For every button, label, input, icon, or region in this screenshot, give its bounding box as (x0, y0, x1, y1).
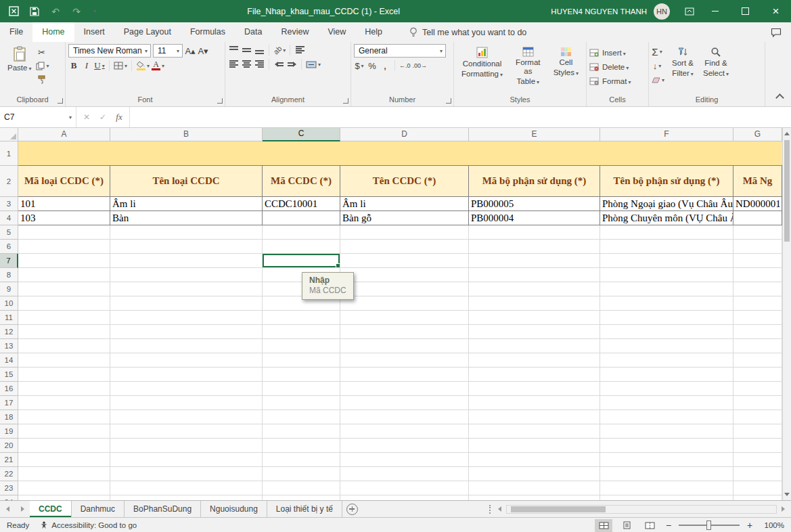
cell-G23[interactable] (733, 481, 782, 495)
cell-A6[interactable] (18, 240, 110, 254)
ribbon-display-options-icon[interactable] (679, 0, 700, 22)
cell-C15[interactable] (263, 368, 340, 382)
cell-F17[interactable] (600, 396, 733, 410)
align-right-button[interactable] (254, 58, 265, 70)
cell-A16[interactable] (18, 382, 110, 396)
alignment-dialog-launcher[interactable] (343, 98, 348, 104)
cell-E14[interactable] (469, 353, 600, 368)
minimize-button[interactable] (700, 0, 730, 22)
cell-E17[interactable] (469, 396, 600, 410)
sheet-tab-danhmuc[interactable]: Danhmuc (72, 501, 125, 517)
cell-E12[interactable] (469, 325, 600, 339)
ribbon-tab-data[interactable]: Data (235, 22, 271, 42)
cell-A24[interactable] (18, 495, 110, 500)
cell-F10[interactable] (600, 296, 733, 311)
ribbon-tab-page-layout[interactable]: Page Layout (114, 22, 181, 42)
ribbon-tab-formulas[interactable]: Formulas (181, 22, 235, 42)
row-header-18[interactable]: 18 (0, 410, 18, 424)
accessibility-status[interactable]: Accessibility: Good to go (40, 521, 137, 529)
cell-E24[interactable] (469, 495, 600, 500)
column-header-G[interactable]: G (733, 128, 782, 141)
cell-A7[interactable] (18, 254, 110, 268)
cell-G19[interactable] (733, 424, 782, 439)
cell-B4[interactable]: Bàn (110, 211, 263, 225)
cell-A9[interactable] (18, 282, 110, 296)
cell-A19[interactable] (18, 424, 110, 439)
row-header-10[interactable]: 10 (0, 296, 18, 311)
fill-handle[interactable] (336, 263, 340, 268)
cell-B20[interactable] (110, 439, 263, 453)
increase-decimal-button[interactable]: ←.0 (399, 60, 411, 72)
cell-D16[interactable] (340, 382, 469, 396)
cell-E11[interactable] (469, 311, 600, 325)
cell-B24[interactable] (110, 495, 263, 500)
align-middle-button[interactable] (241, 44, 252, 56)
cell-B22[interactable] (110, 467, 263, 481)
cell-G14[interactable] (733, 353, 782, 368)
wrap-text-button[interactable] (294, 44, 305, 56)
decrease-font-size-button[interactable]: A▾ (198, 45, 208, 57)
cell-G22[interactable] (733, 467, 782, 481)
cell-E9[interactable] (469, 282, 600, 296)
cell-D14[interactable] (340, 353, 469, 368)
find-select-button[interactable]: Find & Select (698, 44, 733, 95)
cell-F15[interactable] (600, 368, 733, 382)
cell-G9[interactable] (733, 282, 782, 296)
paste-button[interactable]: Paste (3, 44, 36, 95)
scrollbar-resize-handle[interactable] (489, 505, 491, 514)
cell-B15[interactable] (110, 368, 263, 382)
cell-D22[interactable] (340, 467, 469, 481)
zoom-slider[interactable] (679, 525, 740, 526)
cell-D19[interactable] (340, 424, 469, 439)
cell-B5[interactable] (110, 225, 263, 240)
cell-E18[interactable] (469, 410, 600, 424)
cell-G11[interactable] (733, 311, 782, 325)
number-format-select[interactable]: General (354, 44, 446, 58)
cell-C4[interactable] (263, 211, 340, 225)
cell-A20[interactable] (18, 439, 110, 453)
cell-A13[interactable] (18, 339, 110, 353)
avatar[interactable]: HN (654, 3, 670, 20)
fill-color-button[interactable] (136, 60, 150, 72)
hscroll-track[interactable] (506, 505, 777, 514)
cell-F2[interactable]: Tên bộ phận sử dụng (*) (600, 166, 733, 197)
cell-G17[interactable] (733, 396, 782, 410)
cell-B7[interactable] (110, 254, 263, 268)
hscroll-thumb[interactable] (511, 506, 606, 512)
cell-C22[interactable] (263, 467, 340, 481)
cell-B17[interactable] (110, 396, 263, 410)
cell-G3[interactable]: ND000001 (733, 197, 782, 211)
ribbon-tab-file[interactable]: File (0, 22, 32, 42)
cell-C17[interactable] (263, 396, 340, 410)
cell-C13[interactable] (263, 339, 340, 353)
cell-G16[interactable] (733, 382, 782, 396)
cell-G13[interactable] (733, 339, 782, 353)
font-color-button[interactable]: A (152, 60, 164, 72)
add-sheet-button[interactable] (342, 501, 363, 517)
align-center-button[interactable] (241, 58, 252, 70)
cell-A2[interactable]: Mã loại CCDC (*) (18, 166, 110, 197)
cell-F5[interactable] (600, 225, 733, 240)
cell-E7[interactable] (469, 254, 600, 268)
cell-A15[interactable] (18, 368, 110, 382)
decrease-indent-button[interactable] (273, 58, 284, 70)
bold-button[interactable]: B (68, 60, 79, 72)
cell-F4[interactable]: Phòng Chuyên môn (VỤ Châu Âu) (600, 211, 733, 225)
row-header-8[interactable]: 8 (0, 268, 18, 282)
row-header-1[interactable]: 1 (0, 141, 18, 166)
row-header-21[interactable]: 21 (0, 453, 18, 467)
cell-E19[interactable] (469, 424, 600, 439)
cell-G8[interactable] (733, 268, 782, 282)
copy-button[interactable] (36, 60, 49, 72)
sheet-tab-bophansudung[interactable]: BoPhanSuDung (125, 501, 201, 517)
cell-G18[interactable] (733, 410, 782, 424)
cell-G10[interactable] (733, 296, 782, 311)
italic-button[interactable]: I (81, 60, 92, 72)
cell-B14[interactable] (110, 353, 263, 368)
cell-F24[interactable] (600, 495, 733, 500)
cell-F3[interactable]: Phòng Ngoại giao (Vụ Châu Âu) (600, 197, 733, 211)
name-box[interactable]: C7 (0, 107, 76, 127)
cell-E13[interactable] (469, 339, 600, 353)
cell-G24[interactable] (733, 495, 782, 500)
cell-G6[interactable] (733, 240, 782, 254)
